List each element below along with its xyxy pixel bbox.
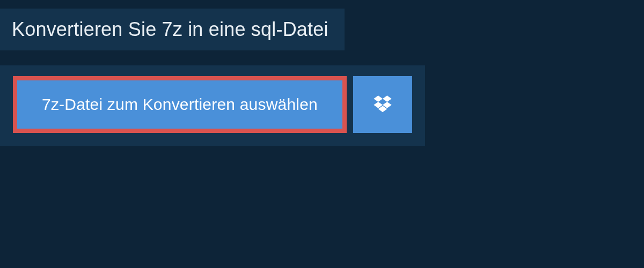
select-file-button[interactable]: 7z-Datei zum Konvertieren auswählen xyxy=(13,76,347,133)
dropbox-icon xyxy=(372,94,393,115)
select-file-label: 7z-Datei zum Konvertieren auswählen xyxy=(42,95,318,114)
dropbox-button[interactable] xyxy=(353,76,412,133)
upload-panel: 7z-Datei zum Konvertieren auswählen xyxy=(0,65,425,146)
page-title: Konvertieren Sie 7z in eine sql-Datei xyxy=(12,18,328,41)
header-bar: Konvertieren Sie 7z in eine sql-Datei xyxy=(0,9,345,50)
